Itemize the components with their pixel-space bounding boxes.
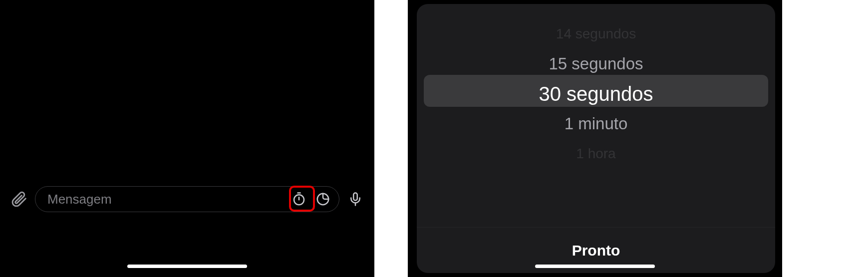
panel-divider — [374, 0, 408, 277]
picker-option[interactable]: 1 hora — [417, 139, 775, 169]
chat-screen — [0, 0, 374, 277]
picker-option[interactable]: 15 segundos — [417, 49, 775, 79]
voice-button[interactable] — [346, 190, 364, 208]
home-indicator[interactable] — [127, 265, 247, 268]
microphone-icon — [348, 191, 363, 208]
picker-option-selected[interactable]: 30 segundos — [417, 79, 775, 109]
attach-button[interactable] — [10, 190, 28, 208]
timer-button[interactable] — [289, 189, 309, 209]
picker-option[interactable]: 1 minuto — [417, 109, 775, 139]
picker-options-list: 14 segundos 15 segundos 30 segundos 1 mi… — [417, 4, 775, 227]
home-indicator[interactable] — [535, 265, 655, 268]
sticker-button[interactable] — [313, 189, 333, 209]
duration-picker[interactable]: 14 segundos 15 segundos 30 segundos 1 mi… — [417, 4, 775, 227]
message-input-container — [35, 186, 339, 212]
messages-area — [0, 0, 374, 277]
paperclip-icon — [10, 191, 27, 208]
input-bar — [0, 186, 374, 212]
message-input[interactable] — [47, 192, 285, 207]
timer-picker-screen: 14 segundos 15 segundos 30 segundos 1 mi… — [408, 0, 782, 277]
sticker-icon — [315, 192, 330, 207]
picker-sheet: 14 segundos 15 segundos 30 segundos 1 mi… — [417, 4, 775, 273]
picker-option[interactable]: 14 segundos — [417, 19, 775, 49]
svg-rect-3 — [353, 193, 357, 201]
timer-icon — [291, 192, 306, 207]
